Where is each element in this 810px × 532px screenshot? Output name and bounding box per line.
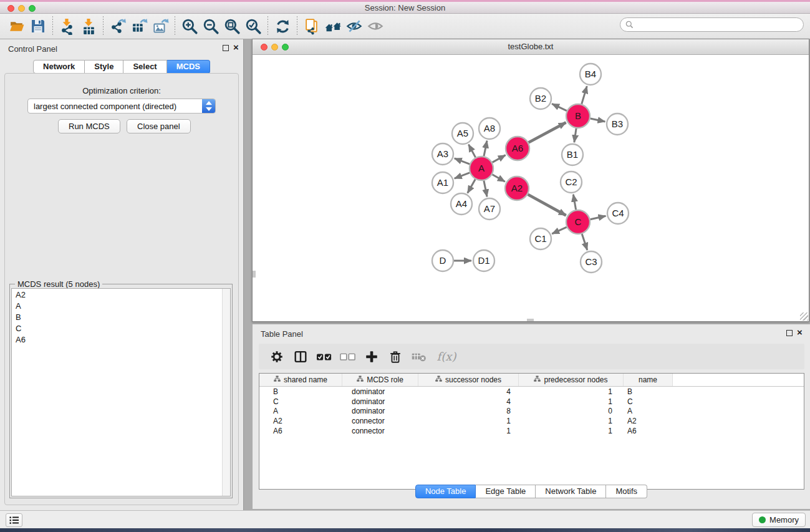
zoom-out-icon[interactable] bbox=[201, 17, 220, 36]
network-view-window: testGlobe.txt AA1A2A3A4A5A6A7A8BB1B2B3B4… bbox=[252, 39, 809, 322]
memory-button[interactable]: Memory bbox=[752, 513, 806, 527]
edge-B-B2[interactable] bbox=[552, 104, 567, 110]
refresh-icon[interactable] bbox=[273, 17, 292, 36]
birds-eye-view-icon[interactable] bbox=[366, 17, 385, 36]
export-network-icon[interactable] bbox=[108, 17, 127, 36]
table-cell: connector bbox=[342, 427, 418, 435]
result-item[interactable]: A2 bbox=[12, 289, 230, 300]
edge-A-A1[interactable] bbox=[455, 173, 470, 178]
delete-columns-icon[interactable] bbox=[385, 347, 406, 366]
edge-A-A8[interactable] bbox=[484, 141, 487, 157]
hide-graphics-details-icon[interactable] bbox=[345, 17, 364, 36]
export-image-icon[interactable] bbox=[151, 17, 170, 36]
column-header[interactable]: successor nodes bbox=[418, 374, 519, 386]
column-header-label: MCDS role bbox=[367, 375, 403, 384]
window-resize-grip[interactable] bbox=[800, 312, 808, 321]
tab-select[interactable]: Select bbox=[123, 60, 166, 74]
canvas-bottom-scroll-nub[interactable] bbox=[527, 319, 534, 321]
column-header[interactable]: name bbox=[624, 374, 673, 386]
tab-node-table[interactable]: Node Table bbox=[415, 485, 476, 498]
node-label-A: A bbox=[478, 163, 485, 173]
edge-C-C3[interactable] bbox=[582, 234, 587, 250]
edge-B-B4[interactable] bbox=[582, 86, 587, 104]
node-label-B3: B3 bbox=[612, 118, 623, 129]
network-graph[interactable]: AA1A2A3A4A5A6A7A8BB1B2B3B4CC1C2C3C4DD1 bbox=[253, 56, 809, 321]
tab-mcds[interactable]: MCDS bbox=[167, 60, 210, 74]
column-header[interactable]: shared name bbox=[259, 374, 342, 386]
table-row[interactable]: A6connector11A6 bbox=[259, 426, 804, 436]
canvas-left-scroll-nub[interactable] bbox=[253, 271, 256, 278]
table-row[interactable]: Adominator80A bbox=[259, 406, 804, 416]
close-panel-icon[interactable]: × bbox=[233, 42, 239, 53]
edge-A6-B[interactable] bbox=[529, 122, 566, 142]
edge-A-A5[interactable] bbox=[468, 145, 475, 158]
edge-A-A7[interactable] bbox=[484, 181, 487, 197]
edge-A-A4[interactable] bbox=[468, 179, 475, 193]
close-panel-icon[interactable]: × bbox=[797, 327, 803, 338]
tab-network-table[interactable]: Network Table bbox=[536, 485, 606, 498]
criterion-dropdown[interactable]: largest connected component (directed) bbox=[27, 99, 216, 114]
export-table-icon[interactable] bbox=[130, 17, 148, 36]
task-history-button[interactable] bbox=[6, 513, 22, 527]
edge-C-C4[interactable] bbox=[591, 216, 606, 219]
zoom-selected-icon[interactable] bbox=[244, 17, 263, 36]
tab-style[interactable]: Style bbox=[85, 60, 123, 74]
result-item[interactable]: C bbox=[12, 323, 230, 334]
table-row[interactable]: Cdominator41C bbox=[259, 397, 804, 407]
network-window-titlebar[interactable]: testGlobe.txt bbox=[253, 39, 809, 55]
save-session-icon[interactable] bbox=[29, 17, 47, 36]
zoom-fit-icon[interactable] bbox=[223, 17, 241, 36]
column-type-icon bbox=[357, 375, 364, 384]
table-cell: 1 bbox=[519, 427, 624, 435]
result-item[interactable]: A6 bbox=[12, 334, 230, 346]
edge-A2-C[interactable] bbox=[528, 195, 566, 216]
column-header-label: predecessor nodes bbox=[544, 375, 607, 384]
column-header[interactable]: MCDS role bbox=[342, 374, 418, 386]
node-label-D1: D1 bbox=[478, 255, 489, 266]
edge-B-B1[interactable] bbox=[574, 128, 576, 142]
edge-A-A3[interactable] bbox=[455, 158, 470, 164]
create-column-icon[interactable] bbox=[361, 347, 382, 366]
search-field[interactable] bbox=[620, 17, 804, 32]
table-cell: A2 bbox=[624, 417, 673, 425]
show-all-networks-icon[interactable] bbox=[324, 17, 342, 36]
table-body: Bdominator41BCdominator41CAdominator80AA… bbox=[259, 387, 804, 435]
node-label-B4: B4 bbox=[585, 69, 596, 79]
table-row[interactable]: Bdominator41B bbox=[259, 387, 804, 397]
float-panel-icon[interactable] bbox=[223, 45, 229, 51]
mcds-result-list[interactable]: A2ABCA6 bbox=[11, 288, 231, 496]
close-panel-button[interactable]: Close panel bbox=[127, 119, 191, 133]
node-table[interactable]: shared nameMCDS rolesuccessor nodesprede… bbox=[259, 373, 804, 490]
select-all-columns-icon[interactable] bbox=[314, 347, 335, 366]
toolbar-separator bbox=[268, 16, 268, 36]
import-table-icon[interactable] bbox=[79, 17, 98, 36]
tab-edge-table[interactable]: Edge Table bbox=[476, 485, 536, 498]
result-item[interactable]: A bbox=[12, 300, 230, 311]
edge-C-C1[interactable] bbox=[552, 227, 567, 234]
edge-B-B3[interactable] bbox=[591, 118, 605, 122]
result-list-scrollbar[interactable] bbox=[222, 289, 230, 496]
first-neighbors-icon[interactable] bbox=[302, 17, 321, 36]
result-item[interactable]: B bbox=[12, 311, 230, 322]
float-panel-icon[interactable] bbox=[786, 330, 793, 336]
show-column-icon[interactable] bbox=[290, 347, 311, 366]
table-options-icon[interactable] bbox=[266, 347, 287, 366]
column-header[interactable]: predecessor nodes bbox=[519, 374, 624, 386]
network-window-title: testGlobe.txt bbox=[253, 42, 809, 51]
table-row[interactable]: A2connector11A2 bbox=[259, 416, 804, 426]
tab-motifs[interactable]: Motifs bbox=[606, 485, 647, 498]
node-label-B2: B2 bbox=[535, 93, 546, 104]
network-canvas[interactable]: AA1A2A3A4A5A6A7A8BB1B2B3B4CC1C2C3C4DD1 bbox=[253, 56, 809, 321]
open-session-icon[interactable] bbox=[7, 17, 26, 36]
search-input[interactable] bbox=[634, 19, 803, 31]
tab-network[interactable]: Network bbox=[33, 60, 85, 74]
table-panel-header: Table Panel × bbox=[253, 324, 810, 343]
import-network-icon[interactable] bbox=[58, 17, 77, 36]
unselect-all-columns-icon[interactable] bbox=[337, 347, 359, 366]
node-label-A6: A6 bbox=[512, 143, 523, 153]
run-mcds-button[interactable]: Run MCDS bbox=[58, 119, 120, 133]
edge-A-A6[interactable] bbox=[493, 155, 506, 163]
edge-C-C2[interactable] bbox=[573, 195, 576, 210]
zoom-in-icon[interactable] bbox=[180, 17, 199, 36]
edge-A-A2[interactable] bbox=[492, 175, 504, 181]
